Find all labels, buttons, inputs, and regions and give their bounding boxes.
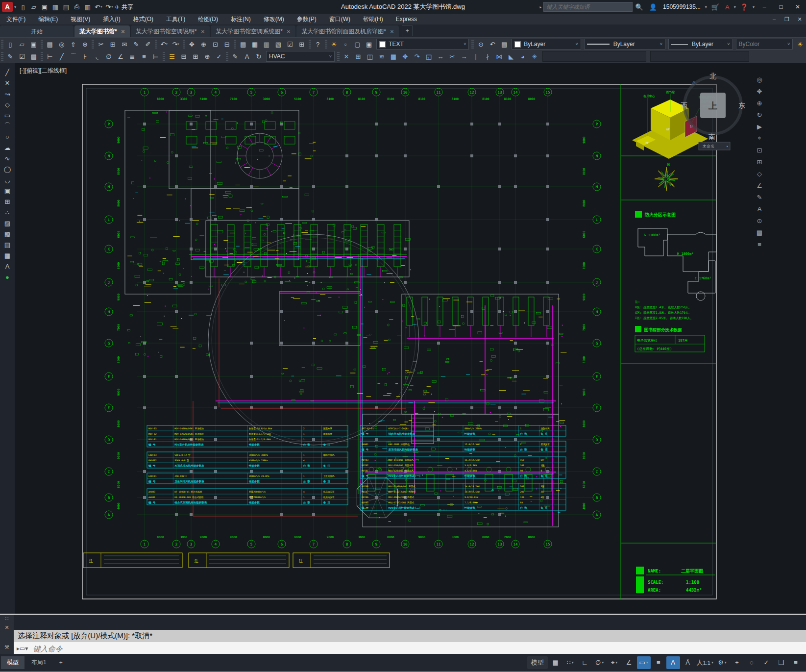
center-mark-icon[interactable]: ⊕ <box>201 51 213 62</box>
command-input-row[interactable]: ▸▭▾ <box>14 642 806 655</box>
share-button[interactable]: ✈ 共享 <box>115 3 133 11</box>
redo-icon[interactable]: ↷▾ <box>170 39 182 50</box>
plus-icon[interactable]: + <box>730 656 744 669</box>
break-point-icon[interactable]: ∣ <box>470 51 482 62</box>
toolbar-grip[interactable] <box>92 40 94 49</box>
annotation-check-icon[interactable]: ☑ <box>16 51 28 62</box>
dim-diameter-icon[interactable]: ∅ <box>103 51 115 62</box>
erase-icon[interactable]: ✕ <box>341 51 352 62</box>
menu-item-7[interactable]: 标注(N) <box>224 14 257 25</box>
fillet-icon[interactable]: ◕ <box>517 51 529 62</box>
create-block-icon[interactable]: ⊞ <box>1 196 13 207</box>
list-tool-icon[interactable]: ≡ <box>754 238 765 250</box>
layout-tab-0[interactable]: 模型 <box>1 656 24 669</box>
annotation-layers-icon[interactable]: ▤ <box>28 51 40 62</box>
command-prompt-icon[interactable]: ▸▭▾ <box>17 645 28 652</box>
trim-icon[interactable]: ✂ <box>446 51 458 62</box>
autocad-logo-icon[interactable]: A <box>2 2 13 12</box>
dimstyle-dropdown[interactable]: HVAC˅ <box>266 51 335 62</box>
dim-arc-icon[interactable]: ⌒ <box>68 51 79 62</box>
redo-icon[interactable]: ↷▾ <box>104 2 115 12</box>
account-caret-icon[interactable]: ▾ <box>705 5 707 9</box>
tab-file-0[interactable]: 某大学图书馆*✕ <box>74 25 130 37</box>
tab-close-icon[interactable]: ✕ <box>201 29 205 34</box>
tab-file-2[interactable]: 某大学图书馆空调系统图*✕ <box>211 25 295 37</box>
qsave-icon[interactable]: ▣ <box>28 39 40 50</box>
toolbar-grip[interactable] <box>337 52 340 61</box>
match-properties-icon[interactable]: ✎ <box>130 39 142 50</box>
scale-icon[interactable]: ◱ <box>423 51 435 62</box>
tool-palettes-icon[interactable]: ▥ <box>261 39 272 50</box>
publish-icon[interactable]: ⇧ <box>68 39 79 50</box>
light-bulb-icon[interactable]: ☀ <box>794 39 806 50</box>
annotate-tool-icon[interactable]: ✎ <box>754 191 765 203</box>
tab-file-3[interactable]: 某大学图书馆剖面图及机房详图*✕ <box>296 25 399 37</box>
layer-dropdown[interactable]: TEXT˅ <box>376 39 469 50</box>
menu-item-1[interactable]: 编辑(E) <box>32 14 64 25</box>
rotate-icon[interactable]: ↷ <box>411 51 423 62</box>
circle-icon[interactable]: ○ <box>1 131 13 142</box>
new-tab-button[interactable]: + <box>402 25 413 36</box>
dim-text-edit-icon[interactable]: A <box>241 51 253 62</box>
palette-tool-icon[interactable]: ▤ <box>754 226 765 238</box>
multiline-text-icon[interactable]: A <box>1 261 13 272</box>
orbit-icon[interactable]: ↻ <box>754 109 765 121</box>
menu-item-2[interactable]: 视图(V) <box>64 14 97 25</box>
dim-quick-icon[interactable]: ≣ <box>126 51 138 62</box>
plotstyle-dropdown[interactable]: ByColor˅ <box>736 39 793 50</box>
join-icon[interactable]: ⋈ <box>493 51 505 62</box>
ellipse-arc-icon[interactable]: ◡ <box>1 174 13 185</box>
text-tool-icon[interactable]: A <box>754 203 765 215</box>
polar-tracking-icon[interactable]: ∅▾ <box>593 656 607 669</box>
open-icon[interactable]: ▱ <box>16 39 28 50</box>
dim-edit-icon[interactable]: ✎ <box>229 51 241 62</box>
tab-close-icon[interactable]: ✕ <box>287 29 291 34</box>
revision-cloud-icon[interactable]: ☁ <box>1 142 13 153</box>
dim-radius-icon[interactable]: ◟ <box>91 51 103 62</box>
markup-icon[interactable]: ☑ <box>284 39 296 50</box>
annotation-scale-value[interactable]: 1:1 <box>703 660 710 666</box>
annotation-scale-sync-icon[interactable]: 人 1:1▾ <box>696 656 714 669</box>
dim-space-icon[interactable]: ☰ <box>166 51 178 62</box>
polygon-icon[interactable]: ◇ <box>1 99 13 110</box>
center-tool-icon[interactable]: ⊙ <box>754 215 765 226</box>
pan-icon[interactable]: ✥ <box>186 39 198 50</box>
gradient-icon[interactable]: ▩ <box>1 228 13 239</box>
toolbar-grip[interactable] <box>1 40 3 49</box>
measure-icon[interactable]: ⊡ <box>754 144 765 156</box>
toolbar-grip[interactable] <box>1 52 3 61</box>
batch-plot-icon[interactable]: ⎙ <box>72 2 82 12</box>
ucs-icon[interactable]: ⌖ <box>754 132 765 144</box>
viewport-controls[interactable]: [-][俯视][二维线框] <box>20 67 67 75</box>
menu-item-4[interactable]: 格式(O) <box>127 14 160 25</box>
grid-icon[interactable]: ▦ <box>549 656 562 669</box>
move-icon[interactable]: ✥ <box>399 51 411 62</box>
command-input[interactable] <box>32 644 806 653</box>
grid-tool-icon[interactable]: ⊞ <box>754 156 765 168</box>
app-store-icon[interactable]: 🛒 <box>708 0 722 14</box>
isodraft-icon[interactable]: ∠ <box>622 656 636 669</box>
dim-continue-icon[interactable]: ⊨ <box>150 51 162 62</box>
doc-restore-button[interactable]: ❐ <box>781 14 793 25</box>
layer-lock-icon[interactable]: ▢ <box>351 39 363 50</box>
help-search-input[interactable] <box>546 3 630 10</box>
toolbar-grip[interactable] <box>155 40 157 49</box>
menu-item-6[interactable]: 绘图(D) <box>192 14 224 25</box>
toolbar-grip[interactable] <box>163 52 165 61</box>
rectangle-icon[interactable]: ▭ <box>1 110 13 121</box>
angle-tool-icon[interactable]: ∠ <box>754 179 765 191</box>
tab-start[interactable]: 开始 <box>0 25 73 37</box>
customization-menu-icon[interactable]: ≡ <box>789 656 803 669</box>
menu-item-11[interactable]: 帮助(H) <box>357 14 390 25</box>
layer-freeze-icon[interactable]: ▫ <box>340 39 351 50</box>
clean-screen-icon[interactable]: ❑ <box>774 656 788 669</box>
block-editor-icon[interactable]: ✐ <box>142 39 154 50</box>
arc-icon[interactable]: ⌒ <box>1 121 13 131</box>
paste-icon[interactable]: ✉ <box>119 39 130 50</box>
plot-icon[interactable]: ▤ <box>44 39 56 50</box>
quickcalc-icon[interactable]: ⊞ <box>296 39 308 50</box>
doc-close-button[interactable]: ✕ <box>793 14 806 25</box>
show-motion-icon[interactable]: ▶ <box>754 121 765 132</box>
open-icon[interactable]: ▱ <box>28 2 39 12</box>
navigation-wheel-icon[interactable]: ◎ <box>754 74 765 85</box>
